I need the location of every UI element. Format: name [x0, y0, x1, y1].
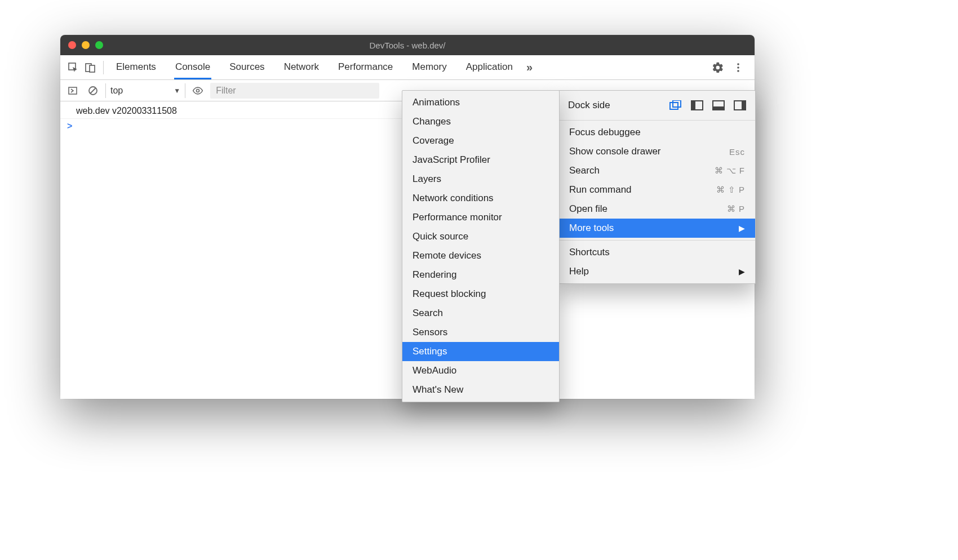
menu-item-label: Shortcuts	[569, 247, 610, 258]
dock-bottom-icon[interactable]	[712, 100, 725, 110]
menu-divider	[559, 240, 755, 241]
menu-item-label: Run command	[569, 184, 632, 195]
submenu-item-request-blocking[interactable]: Request blocking	[402, 285, 559, 304]
kebab-menu-icon[interactable]	[730, 59, 747, 76]
svg-point-3	[737, 63, 739, 65]
device-toolbar-icon[interactable]	[82, 59, 99, 76]
svg-rect-13	[691, 101, 695, 110]
menu-item-focus-debuggee[interactable]: Focus debuggee	[559, 123, 755, 142]
settings-gear-icon[interactable]	[709, 59, 726, 76]
menu-item-search[interactable]: Search⌘ ⌥ F	[559, 161, 755, 180]
submenu-item-quick-source[interactable]: Quick source	[402, 227, 559, 246]
submenu-item-settings[interactable]: Settings	[402, 342, 559, 361]
submenu-item-search[interactable]: Search	[402, 304, 559, 323]
menu-shortcut: ⌘ ⌥ F	[715, 166, 746, 176]
submenu-item-network-conditions[interactable]: Network conditions	[402, 189, 559, 208]
menu-item-show-console-drawer[interactable]: Show console drawerEsc	[559, 142, 755, 161]
execution-context-label: top	[110, 86, 123, 96]
menu-item-run-command[interactable]: Run command⌘ ⇧ P	[559, 180, 755, 199]
tab-application[interactable]: Application	[465, 56, 514, 79]
submenu-item-animations[interactable]: Animations	[402, 93, 559, 112]
menu-item-label: Open file	[569, 203, 607, 215]
svg-rect-15	[713, 106, 724, 110]
submenu-item-webaudio[interactable]: WebAudio	[402, 361, 559, 380]
divider	[103, 61, 104, 74]
tab-memory[interactable]: Memory	[411, 56, 447, 79]
menu-shortcut: ⌘ ⇧ P	[716, 185, 745, 195]
live-expression-eye-icon[interactable]	[190, 83, 206, 99]
submenu-item-javascript-profiler[interactable]: JavaScript Profiler	[402, 150, 559, 170]
submenu-item-layers[interactable]: Layers	[402, 170, 559, 189]
window-title: DevTools - web.dev/	[60, 41, 755, 50]
overflow-tabs-button[interactable]: »	[526, 61, 533, 74]
close-window-button[interactable]	[68, 41, 76, 49]
svg-point-9	[197, 89, 199, 92]
svg-rect-10	[670, 103, 678, 109]
submenu-item-what-s-new[interactable]: What's New	[402, 380, 559, 399]
tab-console[interactable]: Console	[174, 56, 211, 79]
tab-performance[interactable]: Performance	[337, 56, 394, 79]
submenu-arrow-icon: ▶	[739, 267, 745, 276]
panel-tabstrip: ElementsConsoleSourcesNetworkPerformance…	[60, 55, 755, 80]
menu-item-shortcuts[interactable]: Shortcuts	[559, 243, 755, 262]
menu-item-open-file[interactable]: Open file⌘ P	[559, 199, 755, 219]
submenu-item-performance-monitor[interactable]: Performance monitor	[402, 208, 559, 227]
svg-rect-17	[742, 101, 746, 110]
window-traffic-lights	[68, 41, 103, 49]
menu-item-label: Focus debuggee	[569, 127, 641, 138]
submenu-item-changes[interactable]: Changes	[402, 112, 559, 131]
inspect-element-icon[interactable]	[65, 59, 82, 76]
devtools-window: DevTools - web.dev/ ElementsConsoleSourc…	[60, 35, 755, 399]
console-filter-input[interactable]	[210, 83, 379, 99]
tab-sources[interactable]: Sources	[228, 56, 265, 79]
minimize-window-button[interactable]	[82, 41, 90, 49]
submenu-item-sensors[interactable]: Sensors	[402, 323, 559, 342]
chevron-down-icon: ▼	[174, 87, 180, 95]
tab-network[interactable]: Network	[283, 56, 320, 79]
svg-rect-11	[673, 100, 681, 107]
menu-item-more-tools[interactable]: More tools▶	[559, 219, 755, 238]
menu-item-label: Search	[569, 165, 600, 176]
menu-divider	[559, 120, 755, 121]
console-sidebar-toggle-icon[interactable]	[65, 83, 81, 99]
more-tools-submenu: AnimationsChangesCoverageJavaScript Prof…	[402, 90, 560, 402]
svg-point-4	[737, 66, 739, 69]
tab-elements[interactable]: Elements	[115, 56, 157, 79]
execution-context-select[interactable]: top ▼	[105, 83, 185, 98]
dock-undock-icon[interactable]	[669, 100, 682, 110]
svg-rect-2	[90, 65, 95, 72]
submenu-item-remote-devices[interactable]: Remote devices	[402, 246, 559, 265]
menu-shortcut: Esc	[729, 147, 745, 157]
clear-console-icon[interactable]	[85, 83, 101, 99]
svg-point-5	[737, 70, 739, 72]
dock-right-icon[interactable]	[734, 100, 746, 110]
dock-side-label: Dock side	[568, 100, 610, 111]
svg-line-8	[91, 88, 96, 93]
menu-item-label: Help	[569, 266, 589, 277]
menu-shortcut: ⌘ P	[727, 204, 745, 214]
submenu-item-rendering[interactable]: Rendering	[402, 265, 559, 285]
main-menu: Dock side Focus debuggeeShow console dra…	[558, 90, 756, 284]
submenu-arrow-icon: ▶	[739, 224, 745, 233]
titlebar: DevTools - web.dev/	[60, 35, 755, 55]
menu-item-help[interactable]: Help▶	[559, 262, 755, 281]
menu-item-label: Show console drawer	[569, 146, 661, 157]
submenu-item-coverage[interactable]: Coverage	[402, 131, 559, 150]
panel-tabs: ElementsConsoleSourcesNetworkPerformance…	[115, 56, 514, 79]
zoom-window-button[interactable]	[95, 41, 103, 49]
dock-side-row: Dock side	[559, 93, 755, 118]
dock-left-icon[interactable]	[691, 100, 703, 110]
menu-item-label: More tools	[569, 223, 614, 234]
